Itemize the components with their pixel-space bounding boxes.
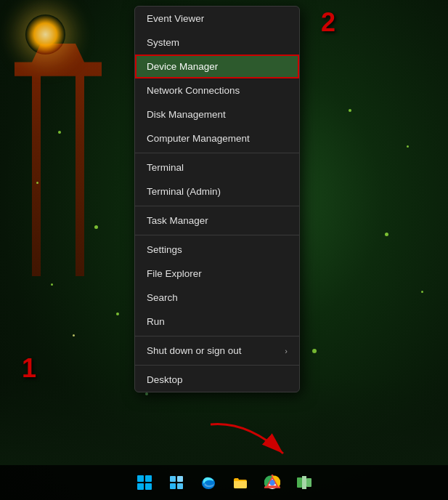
taskbar-edge-button[interactable] (194, 468, 223, 497)
menu-item-shut-down[interactable]: Shut down or sign out › (135, 339, 299, 363)
menu-separator-1 (135, 153, 299, 153)
menu-item-file-explorer[interactable]: File Explorer (135, 262, 299, 286)
edge-icon (200, 475, 216, 491)
context-menu: Event Viewer System Device Manager Netwo… (134, 6, 300, 392)
windows-icon (137, 475, 152, 490)
svg-rect-1 (170, 476, 176, 482)
taskbar-maps-button[interactable] (290, 468, 319, 497)
menu-item-terminal[interactable]: Terminal (135, 156, 299, 180)
widgets-icon (169, 475, 184, 490)
menu-item-disk-management[interactable]: Disk Management (135, 102, 299, 126)
menu-item-settings[interactable]: Settings (135, 238, 299, 262)
menu-item-network-connections[interactable]: Network Connections (135, 78, 299, 102)
taskbar-widgets-button[interactable] (162, 468, 191, 497)
svg-marker-12 (302, 476, 306, 489)
svg-rect-3 (170, 483, 176, 489)
menu-separator-4 (135, 336, 299, 336)
annotation-badge-1: 1 (22, 353, 36, 384)
folder-icon (232, 475, 248, 491)
svg-rect-2 (177, 476, 183, 482)
chevron-right-icon: › (285, 347, 288, 355)
taskbar-chrome-button[interactable] (258, 468, 287, 497)
taskbar-explorer-button[interactable] (226, 468, 255, 497)
menu-item-device-manager[interactable]: Device Manager (135, 55, 299, 78)
menu-item-search[interactable]: Search (135, 286, 299, 310)
menu-separator-5 (135, 365, 299, 366)
menu-item-terminal-admin[interactable]: Terminal (Admin) (135, 180, 299, 203)
taskbar (0, 465, 448, 500)
menu-item-desktop[interactable]: Desktop (135, 368, 299, 392)
menu-item-run[interactable]: Run (135, 310, 299, 334)
chrome-icon (264, 475, 280, 491)
svg-rect-4 (177, 483, 183, 489)
annotation-badge-2: 2 (321, 7, 335, 38)
menu-separator-3 (135, 235, 299, 235)
annotation-arrow (203, 417, 290, 464)
svg-rect-9 (297, 477, 302, 488)
svg-rect-11 (306, 478, 311, 487)
menu-item-event-viewer[interactable]: Event Viewer (135, 7, 299, 31)
menu-item-system[interactable]: System (135, 31, 299, 55)
taskbar-start-button[interactable] (130, 468, 159, 497)
svg-point-8 (269, 480, 274, 485)
menu-separator-2 (135, 206, 299, 206)
maps-icon (296, 475, 312, 491)
menu-item-task-manager[interactable]: Task Manager (135, 209, 299, 233)
menu-item-computer-management[interactable]: Computer Management (135, 126, 299, 150)
